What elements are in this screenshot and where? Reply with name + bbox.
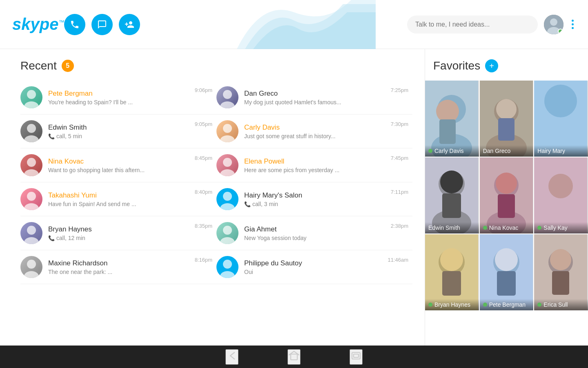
contact-item[interactable]: Elena PowellHere are some pics from yest… bbox=[216, 148, 412, 182]
svg-rect-44 bbox=[442, 193, 461, 218]
recents-button[interactable] bbox=[350, 349, 363, 365]
contact-info: Pete BergmanYou're heading to Spain? I'l… bbox=[48, 90, 192, 105]
message-button[interactable] bbox=[91, 14, 113, 35]
call-button[interactable] bbox=[64, 14, 85, 35]
svg-point-4 bbox=[24, 101, 39, 108]
contact-preview: Oui bbox=[244, 269, 384, 275]
svg-point-26 bbox=[220, 271, 235, 278]
contact-item[interactable]: Hairy Mary's Salon📞call, 3 min7:11pm bbox=[216, 182, 412, 216]
svg-point-20 bbox=[24, 237, 39, 244]
contact-preview: Just got some great stuff in history... bbox=[244, 133, 388, 139]
search-input[interactable] bbox=[407, 16, 538, 34]
svg-point-48 bbox=[496, 173, 517, 194]
svg-point-24 bbox=[24, 271, 39, 278]
contact-item[interactable]: Pete BergmanYou're heading to Spain? I'l… bbox=[20, 81, 216, 114]
svg-rect-66 bbox=[354, 354, 359, 357]
svg-point-12 bbox=[24, 169, 39, 176]
svg-point-25 bbox=[223, 260, 232, 269]
contact-item[interactable]: Dan GrecoMy dog just quoted Hamlet's fam… bbox=[216, 81, 412, 114]
bottom-navigation bbox=[0, 346, 588, 368]
favorite-label: Erica Sull bbox=[534, 299, 588, 310]
svg-rect-49 bbox=[498, 194, 515, 218]
favorite-name: Edwin Smith bbox=[428, 224, 460, 231]
contact-name: Philippe du Sautoy bbox=[244, 259, 384, 267]
contact-item[interactable]: Edwin Smith📞call, 5 min9:05pm bbox=[20, 114, 216, 148]
svg-point-10 bbox=[220, 135, 235, 142]
contact-time: 9:06pm bbox=[195, 86, 212, 93]
svg-point-5 bbox=[223, 90, 232, 99]
favorite-item[interactable]: Hairy Mary bbox=[534, 81, 588, 157]
contact-name: Bryan Haynes bbox=[48, 225, 192, 233]
contact-item[interactable]: Gia AhmetNew Yoga session today2:38pm bbox=[216, 216, 412, 250]
contact-preview: 📞call, 3 min bbox=[244, 201, 388, 207]
svg-rect-32 bbox=[439, 119, 456, 144]
recent-count-badge: 5 bbox=[62, 60, 74, 72]
svg-point-23 bbox=[27, 260, 36, 269]
back-button[interactable] bbox=[225, 349, 238, 365]
favorite-item[interactable]: Erica Sull bbox=[534, 234, 588, 310]
svg-point-62 bbox=[550, 249, 571, 270]
call-icon: 📞 bbox=[48, 235, 55, 241]
favorite-name: Hairy Mary bbox=[537, 148, 565, 154]
online-dot bbox=[483, 303, 487, 307]
home-button[interactable] bbox=[287, 349, 301, 365]
contact-item[interactable]: Maxine RichardsonThe one near the park: … bbox=[20, 250, 216, 284]
contact-preview: The one near the park: ... bbox=[48, 269, 192, 275]
recent-header: Recent 5 bbox=[20, 59, 412, 72]
svg-rect-59 bbox=[497, 271, 516, 296]
contact-name: Gia Ahmet bbox=[244, 225, 388, 233]
header-right bbox=[407, 15, 576, 34]
svg-rect-63 bbox=[552, 271, 569, 295]
contact-item[interactable]: Nina KovacWant to go shopping later this… bbox=[20, 148, 216, 182]
favorite-name: Dan Greco bbox=[483, 148, 511, 154]
favorite-name: Nina Kovac bbox=[489, 224, 519, 231]
contact-name: Elena Powell bbox=[244, 157, 388, 166]
svg-point-36 bbox=[496, 99, 517, 119]
contact-avatar bbox=[20, 120, 42, 142]
contact-name: Dan Greco bbox=[244, 90, 388, 98]
add-favorite-button[interactable]: + bbox=[485, 59, 498, 72]
contact-info: Edwin Smith📞call, 5 min bbox=[48, 123, 192, 139]
svg-point-58 bbox=[495, 248, 518, 271]
online-status-dot bbox=[558, 29, 563, 34]
contact-preview: New Yoga session today bbox=[244, 235, 388, 241]
contact-name: Carly Davis bbox=[244, 123, 388, 132]
favorite-item[interactable]: Edwin Smith bbox=[425, 157, 479, 233]
svg-point-16 bbox=[24, 203, 39, 210]
svg-rect-37 bbox=[498, 118, 514, 141]
user-avatar[interactable] bbox=[544, 15, 564, 34]
favorite-label: Hairy Mary bbox=[534, 145, 588, 157]
more-options-button[interactable] bbox=[570, 18, 576, 31]
add-contact-button[interactable] bbox=[119, 14, 140, 35]
svg-rect-64 bbox=[291, 354, 297, 360]
contact-avatar bbox=[20, 222, 42, 244]
online-dot bbox=[537, 226, 541, 230]
favorite-item[interactable]: Sally Kay bbox=[534, 157, 588, 233]
contact-item[interactable]: Philippe du SautoyOui11:46am bbox=[216, 250, 412, 284]
svg-point-18 bbox=[220, 203, 235, 210]
contact-item[interactable]: Carly DavisJust got some great stuff in … bbox=[216, 114, 412, 148]
contact-preview: 📞call, 12 min bbox=[48, 235, 192, 241]
contact-avatar bbox=[216, 256, 238, 278]
contact-info: Philippe du SautoyOui bbox=[244, 259, 384, 275]
add-icon: + bbox=[489, 62, 494, 70]
favorite-item[interactable]: Dan Greco bbox=[480, 81, 534, 157]
contact-time: 11:46am bbox=[388, 256, 408, 263]
skype-logo: skype™ bbox=[12, 15, 64, 34]
svg-point-39 bbox=[544, 85, 577, 117]
favorites-area: Favorites + Carly Davis Dan Greco Hairy … bbox=[425, 49, 588, 346]
favorite-name: Pete Bergman bbox=[489, 301, 526, 308]
favorite-item[interactable]: Carly Davis bbox=[425, 81, 479, 157]
favorite-item[interactable]: Nina Kovac bbox=[480, 157, 534, 233]
contact-item[interactable]: Takahashi YumiHave fun in Spain! And sen… bbox=[20, 182, 216, 216]
contact-time: 2:38pm bbox=[391, 222, 408, 229]
favorite-item[interactable]: Pete Bergman bbox=[480, 234, 534, 310]
favorite-name: Bryan Haynes bbox=[434, 301, 470, 308]
online-dot bbox=[483, 226, 487, 230]
favorite-item[interactable]: Bryan Haynes bbox=[425, 234, 479, 310]
contact-name: Edwin Smith bbox=[48, 123, 192, 132]
favorite-label: Nina Kovac bbox=[480, 222, 534, 233]
contact-item[interactable]: Bryan Haynes📞call, 12 min8:35pm bbox=[20, 216, 216, 250]
contact-preview: Here are some pics from yesterday ... bbox=[244, 167, 388, 173]
contact-name: Takahashi Yumi bbox=[48, 191, 192, 200]
